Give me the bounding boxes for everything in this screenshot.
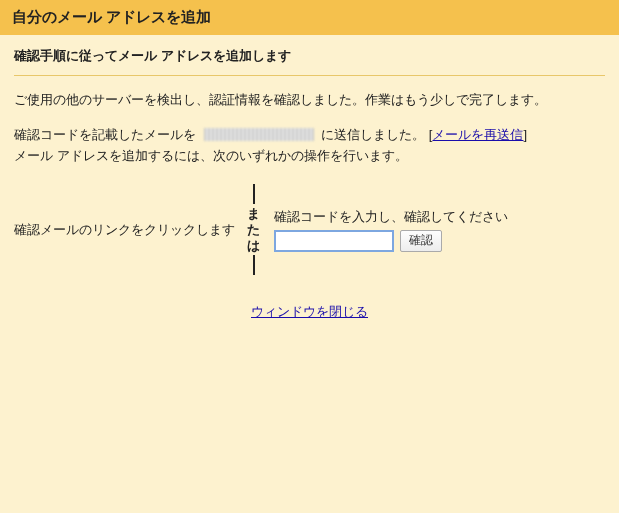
or-divider: ま た は: [243, 184, 264, 275]
sent-suffix-after: ]: [523, 127, 527, 142]
verify-input-row: 確認: [274, 230, 508, 252]
divider-line-bottom: [253, 255, 255, 275]
redacted-email: [204, 128, 314, 141]
info-block-2: 確認コードを記載したメールを に送信しました。 [メールを再送信] メール アド…: [14, 125, 605, 167]
sent-suffix-before: に送信しました。 [: [321, 127, 432, 142]
dialog-header: 自分のメール アドレスを追加: [0, 0, 619, 35]
info-line-1: ご使用の他のサーバーを検出し、認証情報を確認しました。作業はもう少しで完了します…: [14, 90, 605, 111]
confirm-button[interactable]: 確認: [400, 230, 442, 252]
resend-link[interactable]: メールを再送信: [432, 127, 523, 142]
verify-right: 確認コードを入力し、確認してください 確認: [264, 208, 508, 252]
sent-prefix: 確認コードを記載したメールを: [14, 127, 196, 142]
info-line-3: メール アドレスを追加するには、次のいずれかの操作を行います。: [14, 148, 408, 163]
or-text: ま た は: [247, 204, 260, 255]
verification-code-input[interactable]: [274, 230, 394, 252]
close-window-link[interactable]: ウィンドウを閉じる: [251, 304, 368, 319]
verify-row: 確認メールのリンクをクリックします ま た は 確認コードを入力し、確認してくだ…: [14, 184, 605, 275]
verify-left-instruction: 確認メールのリンクをクリックします: [14, 221, 243, 239]
divider-line-top: [253, 184, 255, 204]
dialog-title: 自分のメール アドレスを追加: [12, 8, 211, 25]
dialog-content: 確認手順に従ってメール アドレスを追加します ご使用の他のサーバーを検出し、認証…: [0, 35, 619, 333]
subheading: 確認手順に従ってメール アドレスを追加します: [14, 47, 605, 76]
close-row: ウィンドウを閉じる: [14, 303, 605, 321]
verify-right-label: 確認コードを入力し、確認してください: [274, 208, 508, 226]
